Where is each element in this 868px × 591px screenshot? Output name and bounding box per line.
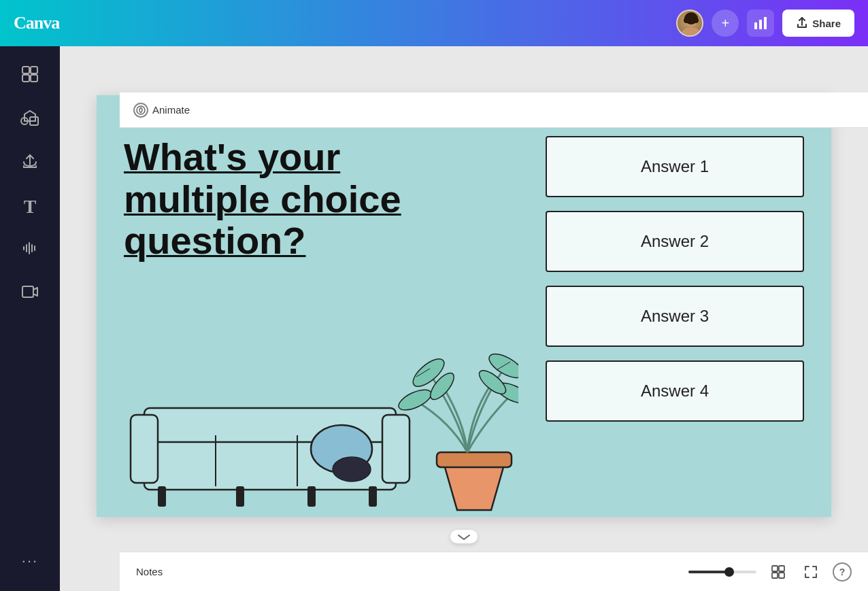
answer-box-4[interactable]: Answer 4 [546,360,804,422]
answer-4-label: Answer 4 [641,382,709,401]
svg-rect-8 [22,67,29,73]
sidebar-item-more[interactable]: ··· [8,542,52,580]
help-button[interactable]: ? [833,562,852,581]
answer-box-2[interactable]: Answer 2 [546,211,804,272]
layout-icon [21,65,39,87]
grid-view-button[interactable] [767,561,789,583]
elements-icon [20,109,39,131]
notes-label[interactable]: Notes [136,566,163,577]
sidebar-item-audio[interactable] [8,231,52,269]
share-button[interactable]: Share [782,10,854,37]
sidebar-item-layout[interactable] [8,57,52,95]
svg-rect-5 [754,22,757,29]
slide-illustration [124,347,518,517]
sidebar: T ··· [0,46,60,591]
answer-3-label: Answer 3 [641,307,709,326]
svg-rect-6 [759,20,762,29]
add-button[interactable]: + [712,10,739,37]
answer-box-3[interactable]: Answer 3 [546,286,804,347]
more-icon: ··· [22,552,38,570]
svg-point-27 [333,457,371,482]
svg-rect-18 [131,415,158,483]
scroll-indicator[interactable] [450,530,478,543]
svg-rect-40 [779,573,784,578]
svg-rect-7 [764,17,767,29]
svg-rect-9 [31,67,37,73]
audio-icon [21,239,39,261]
zoom-slider-fill [688,571,729,573]
svg-point-3 [684,18,689,23]
zoom-slider-track[interactable] [688,571,756,573]
animate-label: Animate [152,104,190,116]
bottom-panel: Notes [120,552,868,591]
canva-logo: Canva [14,13,59,33]
canvas-area: Animate What's your multiple choice ques… [60,46,868,591]
svg-rect-21 [236,486,244,507]
svg-rect-19 [382,415,410,483]
svg-rect-37 [772,566,778,571]
svg-rect-28 [437,452,512,467]
share-label: Share [812,18,841,29]
sidebar-item-upload[interactable] [8,144,52,182]
svg-point-1 [682,27,701,37]
svg-rect-10 [22,75,29,82]
zoom-control [688,571,756,573]
sidebar-item-elements[interactable] [8,101,52,139]
main-layout: T ··· [0,46,868,591]
svg-rect-39 [772,573,778,578]
svg-rect-23 [369,486,377,507]
svg-rect-20 [158,486,166,507]
header: Canva + [0,0,868,46]
answer-1-label: Answer 1 [641,157,709,176]
svg-point-4 [693,18,699,23]
sidebar-item-text[interactable]: T [8,188,52,226]
svg-rect-22 [307,486,316,507]
slide-question[interactable]: What's your multiple choice question? [124,136,430,262]
animate-button[interactable]: Animate [133,103,190,118]
svg-point-15 [137,106,145,114]
chart-button[interactable] [747,10,774,37]
svg-rect-38 [779,566,784,571]
plus-icon: + [721,16,729,31]
slide[interactable]: What's your multiple choice question? An… [97,95,831,517]
upload-icon [21,152,39,174]
answers-container: Answer 1 Answer 2 Answer 3 Answer 4 [546,136,804,422]
fullscreen-button[interactable] [800,561,822,583]
zoom-slider-thumb[interactable] [724,567,734,577]
toolbar: Animate [120,92,868,128]
sidebar-item-video[interactable] [8,275,52,313]
svg-rect-14 [22,286,33,297]
answer-2-label: Answer 2 [641,232,709,251]
avatar[interactable] [676,10,703,37]
animate-icon [133,103,148,118]
text-icon: T [24,196,37,218]
answer-box-1[interactable]: Answer 1 [546,136,804,197]
help-icon: ? [839,567,846,577]
video-icon [21,284,39,303]
svg-rect-11 [31,75,37,82]
header-right: + Share [676,10,854,37]
